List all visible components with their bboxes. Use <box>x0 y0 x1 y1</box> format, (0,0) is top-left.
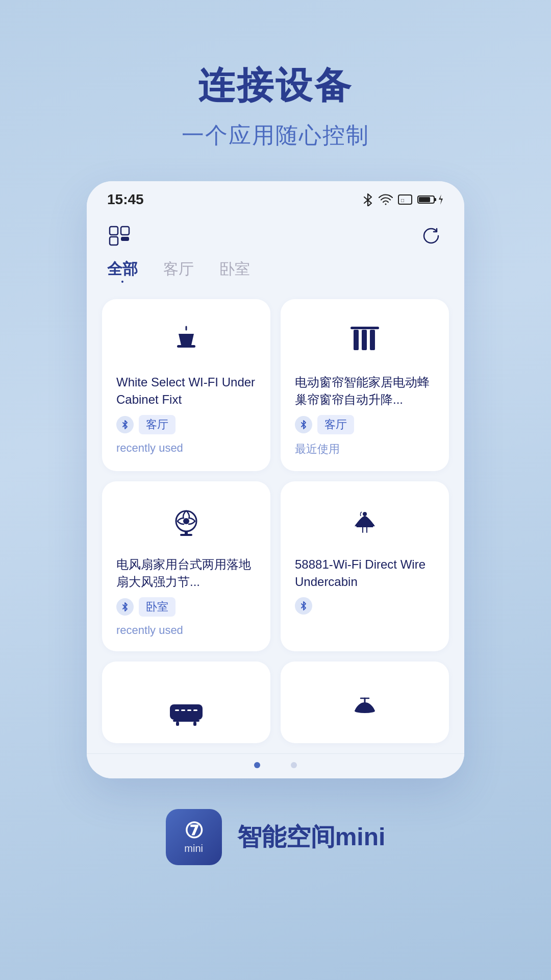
svg-point-0 <box>385 204 387 205</box>
hero-title: 连接设备 <box>198 61 353 110</box>
recently-used-3: recently used <box>116 624 256 637</box>
svg-rect-18 <box>180 534 192 536</box>
device-icon-area-1 <box>116 314 256 365</box>
app-branding-name: 智能空间mini <box>237 821 386 853</box>
room-tag-1: 客厅 <box>139 415 176 434</box>
svg-rect-5 <box>434 198 436 201</box>
device-card-5[interactable] <box>102 662 270 743</box>
svg-rect-6 <box>110 227 118 235</box>
svg-rect-9 <box>121 237 129 241</box>
room-tag-3: 卧室 <box>139 597 176 617</box>
status-icons: □ <box>362 193 444 206</box>
svg-rect-14 <box>370 330 375 350</box>
svg-rect-20 <box>170 704 203 720</box>
svg-rect-21 <box>173 720 199 722</box>
recently-used-1: recently used <box>116 442 256 455</box>
app-icon-mini-label: mini <box>184 843 203 854</box>
device-grid: White Select WI-FI Under Cabinet Fixt 客厅… <box>87 294 464 753</box>
phone-frame: 15:45 □ <box>87 181 464 778</box>
room-tag-2: 客厅 <box>317 415 354 434</box>
hero-section: 连接设备 一个应用随心控制 <box>0 0 551 181</box>
svg-rect-27 <box>193 722 196 726</box>
app-header <box>87 213 464 254</box>
fan-icon <box>166 502 207 543</box>
device-icon-area-4 <box>295 497 435 548</box>
svg-rect-13 <box>362 330 367 350</box>
lamp-icon <box>344 502 385 543</box>
device-tags-2: 客厅 <box>295 415 435 434</box>
svg-rect-26 <box>176 722 179 726</box>
tabs-bar: 全部 客厅 卧室 <box>87 254 464 294</box>
device-card-4[interactable]: 58881-Wi-Fi Direct Wire Undercabin <box>281 481 449 651</box>
bt-tag-1 <box>116 416 134 433</box>
bt-tag-3 <box>116 598 134 616</box>
ceiling-lamp-icon <box>344 693 385 729</box>
curtain-icon <box>344 320 385 360</box>
recently-used-2: 最近使用 <box>295 442 435 457</box>
device-card-3[interactable]: 电风扇家用台式两用落地扇大风强力节... 卧室 recently used <box>102 481 270 651</box>
app-icon-symbol: ⑦ <box>184 820 204 842</box>
ac-icon-area <box>116 677 256 729</box>
svg-rect-7 <box>110 237 118 245</box>
device-name-1: White Select WI-FI Under Cabinet Fixt <box>116 374 256 408</box>
wifi-icon <box>379 194 393 205</box>
device-icon-area-3 <box>116 497 256 548</box>
svg-point-16 <box>183 518 189 524</box>
svg-rect-22 <box>175 709 179 711</box>
svg-rect-11 <box>350 327 379 329</box>
device-tags-1: 客厅 <box>116 415 256 434</box>
hero-subtitle: 一个应用随心控制 <box>182 120 369 151</box>
device-tags-3: 卧室 <box>116 597 256 617</box>
app-footer <box>87 753 464 778</box>
svg-text:□: □ <box>401 198 404 203</box>
device-icon-area-2 <box>295 314 435 365</box>
ac-unit-icon <box>166 698 207 729</box>
svg-point-19 <box>363 512 367 516</box>
device-card-6[interactable] <box>281 662 449 743</box>
tab-living-room[interactable]: 客厅 <box>163 259 194 284</box>
tab-all[interactable]: 全部 <box>107 259 138 284</box>
svg-rect-4 <box>419 197 430 202</box>
svg-rect-25 <box>193 709 197 711</box>
status-bar: 15:45 □ <box>87 181 464 213</box>
bt-tag-4 <box>295 597 312 615</box>
tab-bedroom[interactable]: 卧室 <box>219 259 250 284</box>
branding-section: ⑦ mini 智能空间mini <box>166 809 386 906</box>
device-name-2: 电动窗帘智能家居电动蜂巢帘窗帘自动升降... <box>295 374 435 408</box>
bt-tag-2 <box>295 416 312 433</box>
svg-rect-10 <box>177 345 195 348</box>
svg-rect-24 <box>187 709 191 711</box>
svg-rect-23 <box>181 709 185 711</box>
svg-point-28 <box>355 709 375 713</box>
bluetooth-icon <box>362 193 373 206</box>
refresh-icon[interactable] <box>418 223 444 249</box>
svg-rect-12 <box>354 330 359 350</box>
device-card-1[interactable]: White Select WI-FI Under Cabinet Fixt 客厅… <box>102 299 270 471</box>
ceiling-light-icon <box>166 320 207 360</box>
device-tags-4 <box>295 597 435 615</box>
device-card-2[interactable]: 电动窗帘智能家居电动蜂巢帘窗帘自动升降... 客厅 最近使用 <box>281 299 449 471</box>
svg-rect-1 <box>398 195 412 204</box>
svg-rect-8 <box>121 227 129 235</box>
battery-icon <box>417 194 444 205</box>
status-time: 15:45 <box>107 191 144 208</box>
menu-icon[interactable] <box>107 223 133 249</box>
footer-dot-2[interactable] <box>291 762 297 768</box>
app-icon: ⑦ mini <box>166 809 222 865</box>
device-name-3: 电风扇家用台式两用落地扇大风强力节... <box>116 556 256 590</box>
device-name-4: 58881-Wi-Fi Direct Wire Undercabin <box>295 556 435 590</box>
footer-dot-1[interactable] <box>254 762 260 768</box>
ceiling-lamp-icon-area <box>295 677 435 729</box>
screen-icon: □ <box>398 194 412 205</box>
